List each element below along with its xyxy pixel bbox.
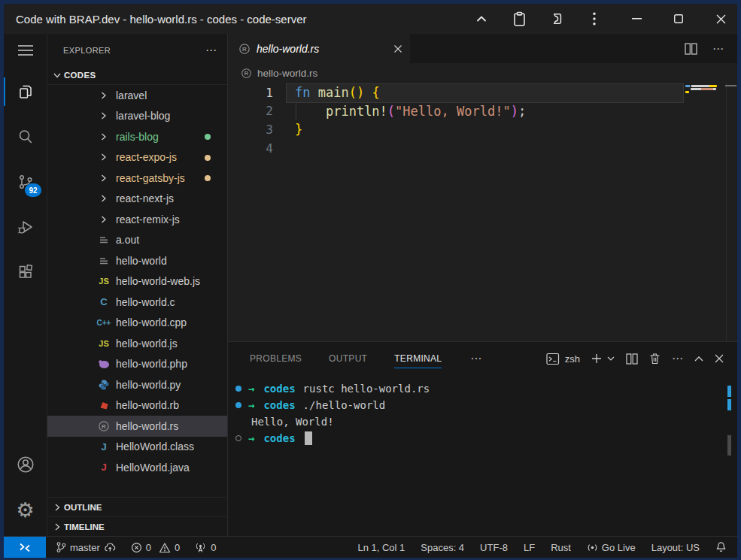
line-content: fn main() { xyxy=(273,85,380,100)
tree-item-rails-blog[interactable]: rails-blog xyxy=(47,126,227,147)
code-line-3[interactable]: 3} xyxy=(228,120,737,139)
split-terminal-icon[interactable] xyxy=(626,353,638,365)
tree-item-hello-world.c[interactable]: Chello-world.c xyxy=(47,292,227,313)
split-editor-icon[interactable] xyxy=(685,43,697,55)
run-debug-activity-icon[interactable] xyxy=(4,208,47,246)
puzzle-icon[interactable] xyxy=(545,7,569,31)
chevron-right-icon xyxy=(97,110,111,121)
eol-sequence[interactable]: LF xyxy=(524,542,535,553)
code-line-2[interactable]: 2 println!("Hello, World!"); xyxy=(228,102,737,121)
scrollbar-thumb[interactable] xyxy=(727,435,731,456)
status-bar: master 0 0 0 Ln 1, Col 1 Spaces: 4 UTF-8… xyxy=(4,536,737,558)
titlebar: Code with BRAP.dev - hello-world.rs - co… xyxy=(4,4,737,34)
chevron-right-icon xyxy=(97,152,111,162)
timeline-section-header[interactable]: TIMELINE xyxy=(47,516,227,536)
rust-file-icon: R xyxy=(238,43,251,55)
notifications-bell-icon[interactable] xyxy=(715,541,727,553)
terminal-scrollbar[interactable] xyxy=(727,386,731,456)
tree-item-HelloWorld.class[interactable]: JHelloWorld.class xyxy=(47,437,227,458)
warning-icon xyxy=(159,542,171,553)
close-panel-icon[interactable] xyxy=(715,354,724,363)
indentation[interactable]: Spaces: 4 xyxy=(421,542,464,553)
menu-hamburger-icon[interactable] xyxy=(4,34,47,67)
terminal-output[interactable]: →codesrustc hello-world.rs→codes./hello-… xyxy=(228,375,737,536)
overview-ruler-cursor-mark xyxy=(725,85,736,86)
tree-item-label: hello-world.js xyxy=(116,338,178,350)
chevron-right-icon xyxy=(50,502,64,513)
git-status-dot xyxy=(205,155,211,161)
close-window-button[interactable] xyxy=(709,7,733,31)
new-terminal-icon[interactable] xyxy=(591,353,602,364)
tab-output[interactable]: OUTPUT xyxy=(329,342,367,375)
problems-status[interactable]: 0 0 xyxy=(131,542,180,553)
tree-item-hello-world.php[interactable]: hello-world.php xyxy=(47,354,227,375)
code-editor[interactable]: 1fn main() {2 println!("Hello, World!");… xyxy=(228,83,737,341)
clipboard-icon[interactable] xyxy=(507,7,531,31)
tab-problems[interactable]: PROBLEMS xyxy=(250,342,302,375)
kill-terminal-trash-icon[interactable] xyxy=(649,353,661,365)
tab-terminal[interactable]: TERMINAL xyxy=(394,342,442,375)
remote-indicator[interactable] xyxy=(4,537,46,558)
tab-close-icon[interactable] xyxy=(393,44,402,53)
minimize-button[interactable] xyxy=(624,7,648,31)
git-branch-status[interactable]: master xyxy=(56,541,117,553)
command-decoration-done[interactable] xyxy=(232,386,244,392)
source-control-activity-icon[interactable]: 92 xyxy=(4,163,47,201)
command-decoration-pending[interactable] xyxy=(232,435,244,441)
settings-gear-icon[interactable]: ⚙ xyxy=(4,491,47,528)
language-mode[interactable]: Rust xyxy=(551,542,571,553)
tree-item-hello-world.py[interactable]: hello-world.py xyxy=(47,374,227,395)
extensions-activity-icon[interactable] xyxy=(4,253,47,291)
chevron-up-icon[interactable] xyxy=(469,7,493,31)
explorer-more-icon[interactable]: ⋯ xyxy=(205,44,217,57)
tree-item-HelloWorld.java[interactable]: JHelloWorld.java xyxy=(47,457,227,478)
tree-item-hello-world.rs[interactable]: Rhello-world.rs xyxy=(47,416,227,437)
ports-status[interactable]: 0 xyxy=(194,542,216,553)
explorer-activity-icon[interactable] xyxy=(4,73,47,110)
kebab-menu-icon[interactable] xyxy=(582,7,606,31)
codes-section-header[interactable]: CODES xyxy=(47,66,227,85)
tree-item-react-gatsby-js[interactable]: react-gatsby-js xyxy=(47,168,227,189)
tree-item-hello-world.js[interactable]: JShello-world.js xyxy=(47,333,227,354)
code-line-1[interactable]: 1fn main() { xyxy=(228,83,737,102)
tree-item-hello-world[interactable]: hello-world xyxy=(47,250,227,271)
tree-item-laravel[interactable]: laravel xyxy=(47,85,227,106)
search-activity-icon[interactable] xyxy=(4,118,47,156)
tree-item-hello-world.cpp[interactable]: C++hello-world.cpp xyxy=(47,313,227,334)
breadcrumb[interactable]: R hello-world.rs xyxy=(228,63,737,83)
panel-more-icon[interactable]: ⋯ xyxy=(672,352,683,365)
shell-name[interactable]: zsh xyxy=(565,353,580,365)
tree-item-react-expo-js[interactable]: react-expo-js xyxy=(47,147,227,168)
chevron-right-icon xyxy=(97,214,111,225)
account-icon[interactable] xyxy=(4,446,47,483)
tree-item-hello-world.rb[interactable]: hello-world.rb xyxy=(47,395,227,416)
go-live-button[interactable]: Go Live xyxy=(587,542,636,553)
code-line-4[interactable]: 4 xyxy=(228,139,737,158)
tree-item-label: a.out xyxy=(116,234,139,246)
tree-item-hello-world-web.js[interactable]: JShello-world-web.js xyxy=(47,271,227,292)
binary-file-icon xyxy=(97,234,111,246)
outline-section-header[interactable]: OUTLINE xyxy=(47,497,227,516)
panel-tabs-more-icon[interactable]: ⋯ xyxy=(470,352,481,365)
keyboard-layout[interactable]: Layout: US xyxy=(651,542,700,553)
encoding[interactable]: UTF-8 xyxy=(480,542,508,553)
maximize-button[interactable] xyxy=(667,7,691,31)
rust-file-icon: R xyxy=(241,68,252,79)
tree-item-react-next-js[interactable]: react-next-js xyxy=(47,189,227,210)
minimap[interactable] xyxy=(682,83,727,341)
tree-item-a.out[interactable]: a.out xyxy=(47,230,227,251)
editor-more-icon[interactable]: ⋯ xyxy=(712,42,724,56)
maximize-panel-icon[interactable] xyxy=(694,356,703,362)
tree-item-laravel-blog[interactable]: laravel-blog xyxy=(47,106,227,127)
prompt-cwd: codes xyxy=(263,432,295,444)
cursor-position[interactable]: Ln 1, Col 1 xyxy=(357,542,405,553)
tree-item-label: laravel-blog xyxy=(116,110,170,122)
tree-item-react-remix-js[interactable]: react-remix-js xyxy=(47,209,227,230)
tree-item-label: react-gatsby-js xyxy=(116,172,185,184)
rb-file-icon xyxy=(97,400,111,410)
command-decoration-done[interactable] xyxy=(232,402,244,408)
command-decoration-mark xyxy=(727,399,731,410)
tab-hello-world-rs[interactable]: R hello-world.rs xyxy=(228,34,410,63)
php-file-icon xyxy=(97,359,111,369)
terminal-dropdown-chevron-icon[interactable] xyxy=(607,356,615,362)
